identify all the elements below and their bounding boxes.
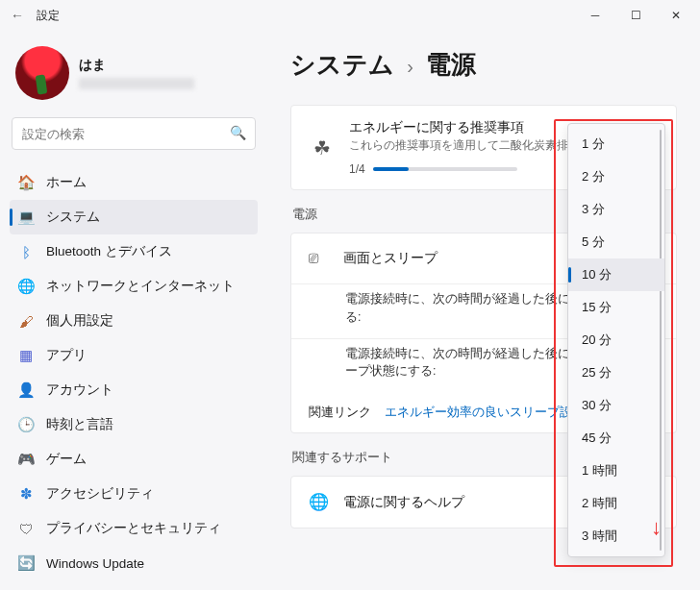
dropdown-option[interactable]: 3 分 [568, 193, 664, 226]
related-link-label: 関連リンク [309, 405, 371, 419]
nav-label: システム [46, 209, 100, 226]
dropdown-option[interactable]: 2 時間 [568, 487, 664, 520]
breadcrumb-sep: › [407, 56, 413, 77]
search-input[interactable] [12, 117, 256, 150]
maximize-button[interactable]: ☐ [615, 0, 656, 31]
sidebar: はま 🔍 🏠ホーム💻システムᛒBluetooth とデバイス🌐ネットワークとイン… [0, 31, 267, 590]
nav-label: 時刻と言語 [46, 416, 113, 433]
nav-label: ゲーム [46, 451, 87, 468]
nav-label: Windows Update [46, 556, 144, 571]
breadcrumb-parent[interactable]: システム [290, 50, 394, 79]
profile-email [79, 78, 194, 89]
nav-label: 個人用設定 [46, 312, 113, 330]
nav-item-プライバシーとセキュリティ[interactable]: 🛡プライバシーとセキュリティ [10, 511, 258, 546]
dropdown-option[interactable]: 1 時間 [568, 455, 664, 487]
dropdown-option[interactable]: 1 分 [568, 128, 664, 160]
nav-label: アクセシビリティ [46, 485, 154, 503]
nav-item-ゲーム[interactable]: 🎮ゲーム [10, 442, 258, 477]
dropdown-option[interactable]: 25 分 [568, 356, 664, 389]
nav-icon: 💻 [17, 209, 35, 226]
nav-label: アプリ [46, 347, 87, 364]
close-button[interactable]: ✕ [656, 0, 696, 31]
dropdown-option[interactable]: 3 時間 [568, 520, 664, 553]
back-button[interactable]: ← [4, 8, 31, 23]
nav-icon: ᛒ [17, 243, 35, 260]
nav-label: プライバシーとセキュリティ [46, 520, 221, 537]
energy-progress-bar [373, 167, 517, 171]
nav-item-Windows Update[interactable]: 🔄Windows Update [10, 546, 258, 580]
dropdown-option[interactable]: 45 分 [568, 422, 664, 455]
nav-item-アクセシビリティ[interactable]: ✽アクセシビリティ [10, 477, 258, 511]
dropdown-option[interactable]: 15 分 [568, 291, 664, 324]
breadcrumb-current: 電源 [426, 50, 476, 79]
nav-icon: 🎮 [17, 451, 35, 468]
window-title: 設定 [37, 8, 60, 24]
profile-name: はま [79, 57, 194, 74]
nav-item-システム[interactable]: 💻システム [10, 200, 258, 234]
nav-item-アプリ[interactable]: ▦アプリ [10, 338, 258, 373]
dropdown-option[interactable]: 5 分 [568, 226, 664, 258]
nav-icon: ✽ [17, 485, 35, 503]
dropdown-option[interactable]: 10 分 [568, 258, 664, 291]
nav-label: ネットワークとインターネット [46, 278, 235, 295]
search-icon: 🔍 [230, 125, 246, 140]
time-dropdown[interactable]: 1 分2 分3 分5 分10 分15 分20 分25 分30 分45 分1 時間… [567, 123, 665, 557]
breadcrumb: システム › 電源 [290, 48, 677, 82]
nav-item-アカウント[interactable]: 👤アカウント [10, 373, 258, 407]
nav-icon: ▦ [17, 347, 35, 364]
nav-item-ネットワークとインターネット[interactable]: 🌐ネットワークとインターネット [10, 269, 258, 304]
nav-icon: 🏠 [17, 174, 35, 191]
search-box[interactable]: 🔍 [12, 117, 256, 150]
nav-icon: 🌐 [17, 278, 35, 295]
nav-icon: 🛡 [17, 520, 35, 537]
nav-icon: 🕒 [17, 416, 35, 433]
avatar [15, 46, 69, 100]
nav-label: ホーム [46, 174, 87, 191]
energy-progress-label: 1/4 [349, 162, 365, 176]
globe-icon: 🌐 [309, 492, 330, 512]
profile[interactable]: はま [15, 46, 252, 100]
minimize-button[interactable]: ─ [575, 0, 615, 31]
nav-icon: 🖌 [17, 312, 35, 330]
dropdown-option[interactable]: 30 分 [568, 389, 664, 422]
nav-list: 🏠ホーム💻システムᛒBluetooth とデバイス🌐ネットワークとインターネット… [10, 165, 258, 580]
nav-item-Bluetooth とデバイス[interactable]: ᛒBluetooth とデバイス [10, 234, 258, 269]
leaf-icon: ☘ [309, 135, 336, 161]
dropdown-option[interactable]: 2 分 [568, 160, 664, 193]
nav-icon: 👤 [17, 381, 35, 399]
dropdown-option[interactable]: 20 分 [568, 324, 664, 356]
nav-item-個人用設定[interactable]: 🖌個人用設定 [10, 304, 258, 338]
nav-item-時刻と言語[interactable]: 🕒時刻と言語 [10, 407, 258, 442]
screen-icon: ⎚ [309, 249, 330, 268]
nav-label: アカウント [46, 381, 113, 399]
titlebar: ← 設定 ─ ☐ ✕ [0, 0, 700, 31]
related-link[interactable]: エネルギー効率の良いスリープ設定 [385, 405, 585, 419]
nav-item-ホーム[interactable]: 🏠ホーム [10, 165, 258, 200]
scrollbar[interactable] [660, 130, 662, 551]
nav-icon: 🔄 [17, 554, 35, 572]
nav-label: Bluetooth とデバイス [46, 243, 172, 260]
